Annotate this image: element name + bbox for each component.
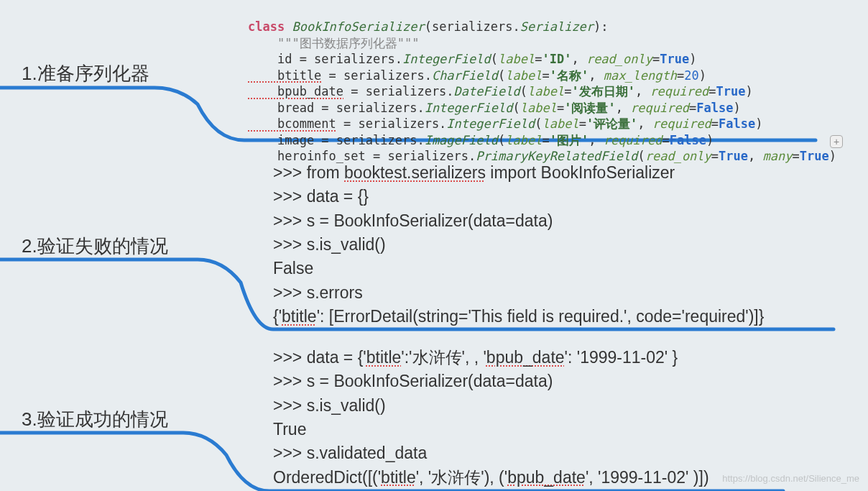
console-line: >>> s = BookInfoSerializer(data=data) [273,209,764,233]
console-line: {'btitle': [ErrorDetail(string='This fie… [273,305,764,329]
section-2-label: 2.验证失败的情况 [22,234,168,259]
console-line: >>> data = {'btitle':'水浒传', , 'bpub_date… [273,346,709,370]
console-line: >>> s.is_valid() [273,394,709,418]
console-line: >>> s = BookInfoSerializer(data=data) [273,370,709,393]
console-line: OrderedDict([('btitle', '水浒传'), ('bpub_d… [273,466,709,490]
console-line: >>> s.errors [273,281,764,305]
console-line: >>> data = {} [273,185,764,208]
expand-icon[interactable]: + [830,135,843,148]
keyword-class: class [248,19,285,34]
console-line: False [273,257,764,280]
console-line: >>> s.is_valid() [273,233,764,257]
console-line: >>> from booktest.serializers import Boo… [273,161,764,185]
serializer-code: class BookInfoSerializer(serializers.Ser… [248,3,836,164]
docstring: """图书数据序列化器""" [277,36,419,50]
console-line: >>> s.validated_data [273,441,709,465]
watermark: https://blog.csdn.net/Silience_me [722,473,859,484]
console-fail: >>> from booktest.serializers import Boo… [273,161,764,329]
section-1-label: 1.准备序列化器 [22,61,149,86]
console-line: True [273,418,709,441]
console-success: >>> data = {'btitle':'水浒传', , 'bpub_date… [273,346,709,490]
section-3-label: 3.验证成功的情况 [22,407,168,432]
class-name: BookInfoSerializer [292,19,424,34]
